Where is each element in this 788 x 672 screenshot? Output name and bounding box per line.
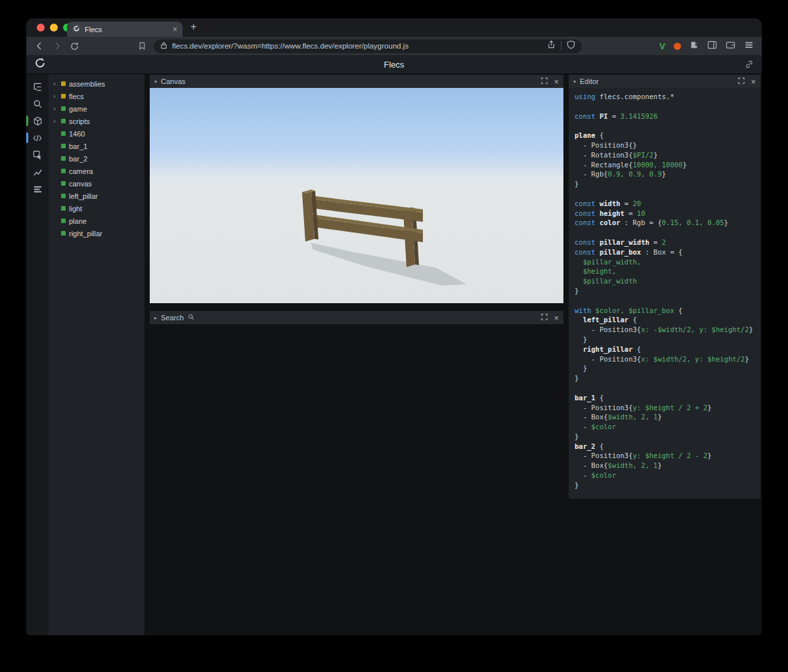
entity-color-icon (61, 219, 66, 223)
wallet-icon[interactable] (726, 40, 735, 52)
entity-color-icon (61, 156, 66, 161)
sidebar-toggle-icon[interactable] (707, 40, 717, 52)
code-line (575, 102, 757, 112)
tree-item-plane[interactable]: plane (49, 215, 144, 227)
expand-arrow-icon[interactable]: › (53, 80, 58, 87)
entity-label: bar_2 (69, 155, 87, 163)
app-header: Flecs (26, 55, 762, 74)
expand-icon[interactable] (541, 77, 548, 85)
entity-label: 1460 (69, 130, 85, 138)
stats-icon[interactable] (26, 180, 49, 198)
tree-item-flecs[interactable]: ›flecs (49, 90, 144, 102)
navigation-bar: flecs.dev/explorer/?wasm=https://www.fle… (26, 37, 762, 55)
code-line: - Rectangle{10000, 10000} (575, 160, 757, 170)
tab-strip: Flecs × + (26, 18, 762, 37)
search-icon[interactable] (26, 95, 49, 112)
entity-label: game (69, 105, 87, 113)
expand-arrow-icon[interactable]: › (53, 105, 58, 112)
forward-button[interactable] (52, 41, 62, 51)
orange-extension-icon[interactable] (674, 43, 681, 50)
puzzle-icon[interactable] (690, 40, 699, 52)
expand-arrow-icon[interactable]: › (53, 117, 58, 125)
scene-icon[interactable] (26, 112, 49, 129)
close-icon[interactable]: × (554, 314, 559, 322)
expand-icon[interactable] (738, 77, 745, 85)
magnifier-icon (188, 314, 194, 322)
url-bar[interactable]: flecs.dev/explorer/?wasm=https://www.fle… (154, 39, 582, 53)
share-icon[interactable] (547, 40, 556, 52)
tab-favicon-icon (72, 24, 81, 35)
inspect-icon[interactable] (26, 146, 49, 163)
tree-item-left_pillar[interactable]: left_pillar (49, 190, 144, 202)
active-panel-indicator (26, 133, 28, 143)
code-line: plane { (575, 131, 757, 140)
collapse-icon[interactable]: ▸ (154, 315, 157, 321)
tree-item-camera[interactable]: camera (49, 165, 144, 177)
code-line: - Rotation3{$PI/2} (575, 150, 757, 160)
code-icon[interactable] (26, 129, 49, 146)
divider (561, 41, 561, 51)
collapse-icon[interactable]: ▾ (573, 79, 576, 85)
tab-close-icon[interactable]: × (173, 26, 177, 33)
code-line: right_pillar { (575, 345, 757, 354)
bookmark-icon[interactable] (138, 41, 146, 51)
expand-icon[interactable] (541, 314, 548, 322)
close-icon[interactable]: × (751, 77, 756, 86)
tree-item-1460[interactable]: 1460 (49, 127, 144, 140)
entity-label: right_pillar (69, 230, 102, 238)
chart-icon[interactable] (26, 163, 49, 180)
entity-color-icon (61, 194, 66, 198)
tree-item-scripts[interactable]: ›scripts (49, 115, 144, 127)
entity-label: scripts (69, 117, 90, 125)
code-line: } (575, 286, 757, 296)
code-line: bar_2 { (575, 442, 757, 452)
code-line: $pillar_width, (575, 257, 757, 267)
code-line: - Position3{y: $height / 2 - 2} (575, 451, 757, 461)
code-line: - Rgb{0.9, 0.9, 0.9} (575, 169, 757, 179)
active-panel-indicator (26, 116, 28, 126)
code-line: using flecs.components.* (575, 92, 757, 102)
canvas-3d-viewport[interactable] (150, 88, 563, 303)
tree-item-bar_1[interactable]: bar_1 (49, 140, 144, 152)
entity-color-icon (61, 131, 66, 136)
v-extension-icon[interactable]: V (659, 41, 665, 51)
close-icon[interactable]: × (554, 77, 559, 86)
close-window-button[interactable] (37, 24, 45, 32)
extension-area: V (659, 40, 754, 52)
flecs-logo-icon (34, 57, 46, 72)
code-line: - $color (575, 471, 757, 480)
lock-icon (160, 40, 167, 52)
browser-tab[interactable]: Flecs × (67, 22, 183, 37)
editor-panel: ▾ Editor × using flecs.components.* cons… (569, 75, 760, 499)
tree-item-bar_2[interactable]: bar_2 (49, 152, 144, 165)
back-button[interactable] (34, 41, 45, 51)
collapse-icon[interactable]: ▾ (154, 79, 157, 85)
menu-icon[interactable] (744, 40, 754, 52)
permalink-icon[interactable] (745, 60, 754, 69)
shield-icon[interactable] (567, 40, 575, 52)
tree-item-canvas[interactable]: canvas (49, 177, 144, 190)
entity-color-icon (61, 81, 66, 86)
entity-label: canvas (69, 180, 92, 188)
tree-item-right_pillar[interactable]: right_pillar (49, 227, 144, 240)
code-line: - Position3{y: $height / 2 + 2} (575, 403, 757, 413)
code-line: bar_1 { (575, 393, 757, 403)
minimize-window-button[interactable] (50, 24, 58, 32)
page-title: Flecs (26, 60, 762, 70)
editor-code[interactable]: using flecs.components.* const PI = 3.14… (569, 88, 760, 499)
new-tab-button[interactable]: + (190, 21, 196, 33)
entity-color-icon (61, 169, 66, 173)
tree-item-game[interactable]: ›game (49, 102, 144, 115)
tree-item-assemblies[interactable]: ›assemblies (49, 77, 144, 90)
code-line: - Position3{x: $width/2, y: $height/2} (575, 354, 757, 364)
code-line: const pillar_box : Box = { (575, 247, 757, 257)
editor-panel-header: ▾ Editor × (569, 75, 760, 88)
code-line (575, 383, 757, 393)
entity-label: left_pillar (69, 192, 98, 200)
expand-arrow-icon[interactable]: › (53, 93, 58, 100)
hierarchy-icon[interactable] (26, 78, 49, 95)
tree-item-light[interactable]: light (49, 202, 144, 215)
traffic-lights (37, 24, 71, 32)
code-line: const color : Rgb = {0.15, 0.1, 0.05} (575, 218, 757, 228)
reload-button[interactable] (70, 41, 79, 51)
